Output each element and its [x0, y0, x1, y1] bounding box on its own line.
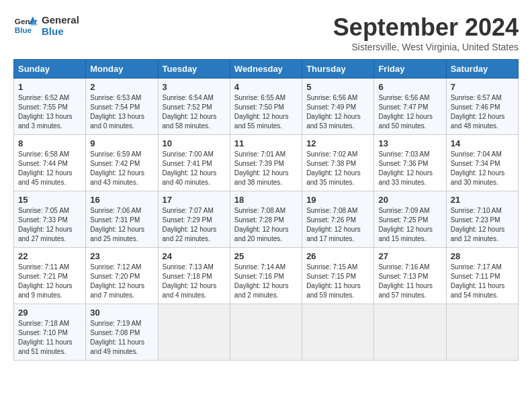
day-number: 11: [234, 138, 298, 148]
day-number: 22: [18, 251, 81, 261]
logo: General Blue GeneralBlue: [13, 13, 79, 38]
day-info: Sunrise: 7:17 AM Sunset: 7:11 PM Dayligh…: [451, 263, 514, 300]
day-info: Sunrise: 6:58 AM Sunset: 7:44 PM Dayligh…: [18, 150, 81, 187]
calendar-cell: 14Sunrise: 7:04 AM Sunset: 7:34 PM Dayli…: [446, 135, 518, 191]
day-info: Sunrise: 7:16 AM Sunset: 7:13 PM Dayligh…: [378, 263, 441, 300]
day-number: 4: [234, 82, 298, 92]
location: Sistersville, West Virginia, United Stat…: [333, 42, 519, 52]
calendar-cell: 23Sunrise: 7:12 AM Sunset: 7:20 PM Dayli…: [86, 248, 158, 304]
day-number: 18: [234, 195, 298, 205]
calendar-cell: 27Sunrise: 7:16 AM Sunset: 7:13 PM Dayli…: [374, 248, 446, 304]
calendar-cell: 18Sunrise: 7:08 AM Sunset: 7:28 PM Dayli…: [230, 191, 302, 248]
weekday-header-saturday: Saturday: [446, 60, 518, 79]
day-info: Sunrise: 7:19 AM Sunset: 7:08 PM Dayligh…: [90, 319, 153, 357]
calendar-cell: [302, 304, 374, 361]
calendar-week-row: 22Sunrise: 7:11 AM Sunset: 7:21 PM Dayli…: [14, 248, 519, 304]
day-number: 7: [451, 82, 514, 92]
weekday-header-friday: Friday: [374, 60, 446, 79]
day-info: Sunrise: 7:03 AM Sunset: 7:36 PM Dayligh…: [378, 150, 441, 187]
day-info: Sunrise: 7:06 AM Sunset: 7:31 PM Dayligh…: [90, 206, 153, 244]
day-number: 30: [90, 308, 153, 318]
day-number: 29: [18, 308, 81, 318]
calendar-cell: [374, 304, 446, 361]
calendar-cell: 6Sunrise: 6:56 AM Sunset: 7:47 PM Daylig…: [374, 79, 446, 135]
calendar-cell: 4Sunrise: 6:55 AM Sunset: 7:50 PM Daylig…: [230, 79, 302, 135]
logo-text: GeneralBlue: [42, 14, 79, 37]
day-number: 26: [306, 251, 369, 261]
day-number: 16: [90, 195, 153, 205]
calendar-cell: 10Sunrise: 7:00 AM Sunset: 7:41 PM Dayli…: [158, 135, 230, 191]
calendar-table: SundayMondayTuesdayWednesdayThursdayFrid…: [13, 59, 519, 361]
day-info: Sunrise: 6:54 AM Sunset: 7:52 PM Dayligh…: [163, 93, 226, 131]
day-number: 3: [163, 82, 226, 92]
calendar-cell: 21Sunrise: 7:10 AM Sunset: 7:23 PM Dayli…: [446, 191, 518, 248]
calendar-cell: 19Sunrise: 7:08 AM Sunset: 7:26 PM Dayli…: [302, 191, 374, 248]
calendar-cell: 26Sunrise: 7:15 AM Sunset: 7:15 PM Dayli…: [302, 248, 374, 304]
calendar-cell: 20Sunrise: 7:09 AM Sunset: 7:25 PM Dayli…: [374, 191, 446, 248]
day-number: 9: [90, 138, 153, 148]
day-info: Sunrise: 6:53 AM Sunset: 7:54 PM Dayligh…: [90, 93, 153, 131]
day-info: Sunrise: 7:18 AM Sunset: 7:10 PM Dayligh…: [18, 319, 81, 357]
day-number: 15: [18, 195, 81, 205]
day-info: Sunrise: 6:57 AM Sunset: 7:46 PM Dayligh…: [451, 93, 514, 131]
svg-text:Blue: Blue: [15, 26, 32, 34]
page-header: General Blue GeneralBlue September 2024 …: [13, 13, 519, 52]
calendar-cell: 30Sunrise: 7:19 AM Sunset: 7:08 PM Dayli…: [86, 304, 158, 361]
day-info: Sunrise: 7:15 AM Sunset: 7:15 PM Dayligh…: [306, 263, 369, 300]
calendar-cell: [158, 304, 230, 361]
weekday-header-monday: Monday: [86, 60, 158, 79]
calendar-cell: 22Sunrise: 7:11 AM Sunset: 7:21 PM Dayli…: [14, 248, 86, 304]
calendar-cell: 3Sunrise: 6:54 AM Sunset: 7:52 PM Daylig…: [158, 79, 230, 135]
calendar-cell: 12Sunrise: 7:02 AM Sunset: 7:38 PM Dayli…: [302, 135, 374, 191]
day-info: Sunrise: 7:01 AM Sunset: 7:39 PM Dayligh…: [234, 150, 298, 187]
day-number: 10: [163, 138, 226, 148]
day-info: Sunrise: 7:07 AM Sunset: 7:29 PM Dayligh…: [163, 206, 226, 244]
day-info: Sunrise: 6:59 AM Sunset: 7:42 PM Dayligh…: [90, 150, 153, 187]
day-info: Sunrise: 7:14 AM Sunset: 7:16 PM Dayligh…: [234, 263, 298, 300]
day-info: Sunrise: 7:08 AM Sunset: 7:28 PM Dayligh…: [234, 206, 298, 244]
day-number: 20: [378, 195, 441, 205]
day-number: 1: [18, 82, 81, 92]
day-number: 6: [378, 82, 441, 92]
day-info: Sunrise: 7:08 AM Sunset: 7:26 PM Dayligh…: [306, 206, 369, 244]
day-number: 19: [306, 195, 369, 205]
calendar-week-row: 8Sunrise: 6:58 AM Sunset: 7:44 PM Daylig…: [14, 135, 519, 191]
day-info: Sunrise: 7:10 AM Sunset: 7:23 PM Dayligh…: [451, 206, 514, 244]
day-info: Sunrise: 7:05 AM Sunset: 7:33 PM Dayligh…: [18, 206, 81, 244]
day-number: 17: [163, 195, 226, 205]
day-number: 13: [378, 138, 441, 148]
title-block: September 2024 Sistersville, West Virgin…: [333, 13, 519, 52]
calendar-cell: 29Sunrise: 7:18 AM Sunset: 7:10 PM Dayli…: [14, 304, 86, 361]
day-info: Sunrise: 7:00 AM Sunset: 7:41 PM Dayligh…: [163, 150, 226, 187]
weekday-header-tuesday: Tuesday: [158, 60, 230, 79]
day-info: Sunrise: 7:04 AM Sunset: 7:34 PM Dayligh…: [451, 150, 514, 187]
day-info: Sunrise: 7:12 AM Sunset: 7:20 PM Dayligh…: [90, 263, 153, 300]
calendar-cell: 13Sunrise: 7:03 AM Sunset: 7:36 PM Dayli…: [374, 135, 446, 191]
day-info: Sunrise: 6:55 AM Sunset: 7:50 PM Dayligh…: [234, 93, 298, 131]
calendar-cell: 16Sunrise: 7:06 AM Sunset: 7:31 PM Dayli…: [86, 191, 158, 248]
day-number: 25: [234, 251, 298, 261]
day-info: Sunrise: 7:11 AM Sunset: 7:21 PM Dayligh…: [18, 263, 81, 300]
day-number: 2: [90, 82, 153, 92]
calendar-cell: 9Sunrise: 6:59 AM Sunset: 7:42 PM Daylig…: [86, 135, 158, 191]
day-info: Sunrise: 7:13 AM Sunset: 7:18 PM Dayligh…: [163, 263, 226, 300]
day-number: 8: [18, 138, 81, 148]
day-number: 23: [90, 251, 153, 261]
calendar-week-row: 29Sunrise: 7:18 AM Sunset: 7:10 PM Dayli…: [14, 304, 519, 361]
day-info: Sunrise: 6:52 AM Sunset: 7:55 PM Dayligh…: [18, 93, 81, 131]
calendar-cell: 5Sunrise: 6:56 AM Sunset: 7:49 PM Daylig…: [302, 79, 374, 135]
weekday-header-wednesday: Wednesday: [230, 60, 302, 79]
calendar-cell: 2Sunrise: 6:53 AM Sunset: 7:54 PM Daylig…: [86, 79, 158, 135]
calendar-cell: 17Sunrise: 7:07 AM Sunset: 7:29 PM Dayli…: [158, 191, 230, 248]
day-number: 21: [451, 195, 514, 205]
weekday-header-thursday: Thursday: [302, 60, 374, 79]
day-info: Sunrise: 6:56 AM Sunset: 7:49 PM Dayligh…: [306, 93, 369, 131]
day-number: 27: [378, 251, 441, 261]
calendar-cell: 11Sunrise: 7:01 AM Sunset: 7:39 PM Dayli…: [230, 135, 302, 191]
weekday-header-sunday: Sunday: [14, 60, 86, 79]
calendar-cell: 15Sunrise: 7:05 AM Sunset: 7:33 PM Dayli…: [14, 191, 86, 248]
calendar-cell: 8Sunrise: 6:58 AM Sunset: 7:44 PM Daylig…: [14, 135, 86, 191]
day-number: 24: [163, 251, 226, 261]
logo-icon: General Blue: [13, 13, 38, 38]
day-number: 28: [451, 251, 514, 261]
